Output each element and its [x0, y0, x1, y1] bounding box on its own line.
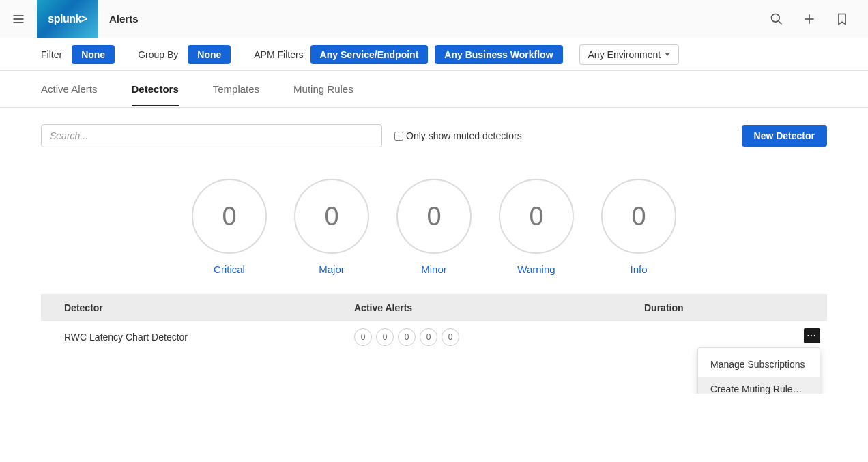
search-input[interactable]: [41, 124, 382, 147]
severity-major-count: 0: [294, 179, 369, 254]
muted-checkbox-label: Only show muted detectors: [406, 130, 522, 141]
hamburger-button[interactable]: [0, 12, 37, 26]
alert-count-info: 0: [442, 328, 459, 346]
group-by-pill[interactable]: None: [188, 45, 231, 64]
column-duration[interactable]: Duration: [644, 302, 804, 313]
tab-muting-rules[interactable]: Muting Rules: [293, 72, 353, 106]
more-actions-button[interactable]: ⋯: [804, 328, 820, 343]
new-detector-button[interactable]: New Detector: [742, 125, 827, 147]
actions-dropdown: Manage Subscriptions Create Muting Rule……: [697, 347, 820, 394]
column-detector[interactable]: Detector: [64, 302, 354, 313]
svg-line-4: [779, 20, 782, 24]
top-header: splunk> Alerts: [0, 0, 868, 38]
filter-pill[interactable]: None: [72, 45, 115, 64]
page-title: Alerts: [109, 13, 139, 25]
severity-critical-label: Critical: [214, 263, 245, 275]
alert-count-minor: 0: [398, 328, 416, 346]
hamburger-icon: [12, 12, 25, 26]
severity-warning-count: 0: [499, 179, 574, 254]
severity-minor-label: Minor: [421, 263, 447, 275]
severity-minor-count: 0: [396, 179, 472, 254]
add-icon[interactable]: [802, 12, 816, 26]
column-active-alerts[interactable]: Active Alerts: [354, 302, 644, 313]
detector-alert-counts: 0 0 0 0 0: [354, 328, 644, 346]
search-icon[interactable]: [770, 12, 783, 26]
apm-filters: APM Filters Any Service/Endpoint Any Bus…: [254, 44, 679, 65]
header-icons: [770, 12, 868, 26]
severity-minor[interactable]: 0 Minor: [396, 179, 472, 275]
group-by-label: Group By: [138, 49, 178, 60]
severity-major[interactable]: 0 Major: [294, 179, 369, 275]
splunk-logo[interactable]: splunk>: [37, 0, 98, 38]
severity-info-label: Info: [630, 263, 647, 275]
bookmark-icon[interactable]: [835, 12, 849, 26]
alert-count-warning: 0: [420, 328, 437, 346]
severity-warning-label: Warning: [517, 263, 555, 275]
filter-bar: Filter None Group By None APM Filters An…: [0, 38, 868, 71]
apm-filters-label: APM Filters: [254, 49, 303, 60]
more-icon: ⋯: [807, 331, 818, 341]
severity-info-count: 0: [601, 179, 676, 254]
tab-active-alerts[interactable]: Active Alerts: [41, 72, 98, 106]
severity-warning[interactable]: 0 Warning: [499, 179, 574, 275]
filter-label: Filter: [41, 49, 62, 60]
tab-templates[interactable]: Templates: [213, 72, 259, 106]
action-create-muting-rule[interactable]: Create Muting Rule…: [698, 377, 820, 394]
environment-value: Any Environment: [588, 49, 661, 60]
muted-checkbox[interactable]: [394, 132, 403, 141]
severity-critical[interactable]: 0 Critical: [192, 179, 267, 275]
environment-dropdown[interactable]: Any Environment: [579, 44, 680, 65]
search-row: Only show muted detectors New Detector: [41, 124, 827, 147]
severity-major-label: Major: [319, 263, 345, 275]
table-row[interactable]: RWC Latency Chart Detector 0 0 0 0 0 ⋯ M…: [41, 321, 827, 353]
alert-count-major: 0: [376, 328, 394, 346]
tab-detectors[interactable]: Detectors: [132, 72, 179, 106]
detectors-table: Detector Active Alerts Duration RWC Late…: [41, 294, 827, 353]
content-area: Only show muted detectors New Detector 0…: [0, 108, 868, 394]
table-header: Detector Active Alerts Duration: [41, 294, 827, 321]
muted-detectors-check[interactable]: Only show muted detectors: [394, 130, 522, 141]
detector-name: RWC Latency Chart Detector: [64, 332, 354, 343]
chevron-down-icon: [665, 53, 670, 56]
svg-point-3: [772, 14, 780, 22]
severity-critical-count: 0: [192, 179, 267, 254]
action-manage-subscriptions[interactable]: Manage Subscriptions: [698, 352, 820, 377]
alert-count-critical: 0: [354, 328, 372, 346]
apm-workflow-pill[interactable]: Any Business Workflow: [435, 45, 562, 64]
tabs: Active Alerts Detectors Templates Muting…: [0, 71, 868, 108]
severity-info[interactable]: 0 Info: [601, 179, 676, 275]
severity-row: 0 Critical 0 Major 0 Minor 0 Warning 0 I…: [41, 179, 827, 275]
apm-service-pill[interactable]: Any Service/Endpoint: [310, 45, 429, 64]
